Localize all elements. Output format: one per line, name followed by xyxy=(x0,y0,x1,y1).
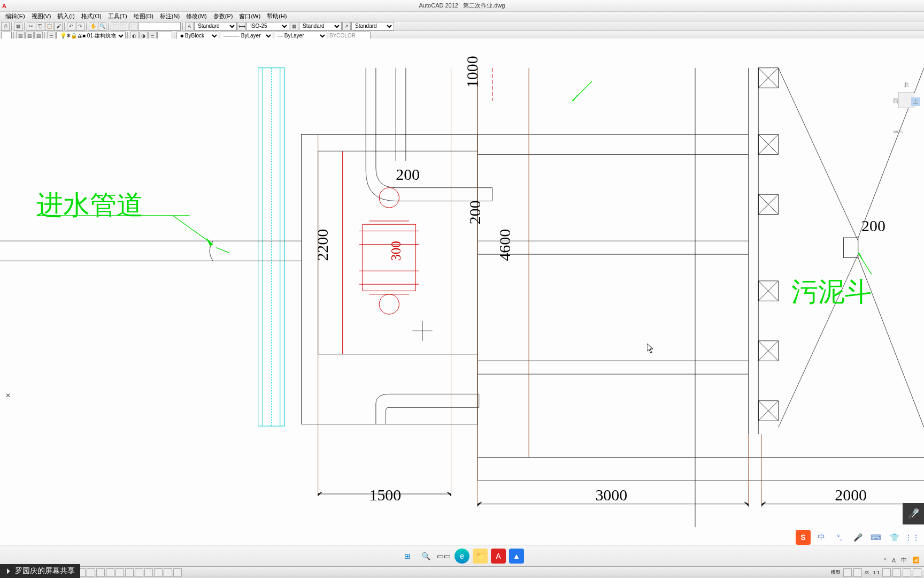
dim-style-icon[interactable]: ⟷ xyxy=(237,22,246,31)
table-style-combo[interactable]: Standard xyxy=(299,22,342,31)
menu-insert[interactable]: 插入(I) xyxy=(54,12,78,20)
dim-style-combo[interactable]: ISO-25 xyxy=(247,22,289,31)
menu-window[interactable]: 窗口(W) xyxy=(236,12,264,20)
tool-icon[interactable]: ⬚ xyxy=(120,22,128,31)
menu-view[interactable]: 视图(V) xyxy=(28,12,55,20)
tool-icon[interactable]: ⬚ xyxy=(111,22,119,31)
menu-parametric[interactable]: 参数(P) xyxy=(210,12,236,20)
menu-help[interactable]: 帮助(H) xyxy=(264,12,290,20)
title-text: AutoCAD 2012 第二次作业.dwg xyxy=(419,2,505,10)
text-style-icon[interactable]: A xyxy=(185,22,194,31)
zoom-icon[interactable]: 🔍 xyxy=(98,22,106,31)
copy-icon[interactable]: ⿻ xyxy=(36,22,44,31)
menu-draw[interactable]: 绘图(D) xyxy=(130,12,157,20)
menu-dimension[interactable]: 标注(N) xyxy=(157,12,183,20)
paste-icon[interactable]: 📋 xyxy=(45,22,53,31)
mleader-style-icon[interactable]: ↗ xyxy=(342,22,351,31)
tool-combo[interactable] xyxy=(138,22,181,31)
title-bar: A AutoCAD 2012 第二次作业.dwg xyxy=(0,0,924,12)
menu-bar: 编辑(E) 视图(V) 插入(I) 格式(O) 工具(T) 绘图(D) 标注(N… xyxy=(0,12,924,21)
text-style-combo[interactable]: Standard xyxy=(194,22,237,31)
table-style-icon[interactable]: ▦ xyxy=(290,22,298,31)
tool-icon[interactable]: ⬚ xyxy=(129,22,137,31)
cut-icon[interactable]: ✂ xyxy=(27,22,35,31)
toolbar-1: ⎙ ▦ ✂ ⿻ 📋 🖌 ↶ ↷ ✋ 🔍 ⬚ ⬚ ⬚ A Standard ⟷ I… xyxy=(0,21,924,31)
mleader-style-combo[interactable]: Standard xyxy=(351,22,394,31)
tool-icon[interactable]: ⎙ xyxy=(1,22,10,31)
app-icon: A xyxy=(2,3,6,9)
menu-tools[interactable]: 工具(T) xyxy=(105,12,130,20)
tool-icon[interactable]: ▦ xyxy=(14,22,22,31)
undo-icon[interactable]: ↶ xyxy=(67,22,75,31)
menu-format[interactable]: 格式(O) xyxy=(78,12,105,20)
menu-edit[interactable]: 编辑(E) xyxy=(2,12,28,20)
redo-icon[interactable]: ↷ xyxy=(76,22,84,31)
menu-modify[interactable]: 修改(M) xyxy=(183,12,210,20)
match-icon[interactable]: 🖌 xyxy=(54,22,63,31)
pan-icon[interactable]: ✋ xyxy=(89,22,97,31)
drawing-canvas[interactable]: 1500 3000 2000 1000 200 4600 2200 200 30… xyxy=(0,39,924,41)
